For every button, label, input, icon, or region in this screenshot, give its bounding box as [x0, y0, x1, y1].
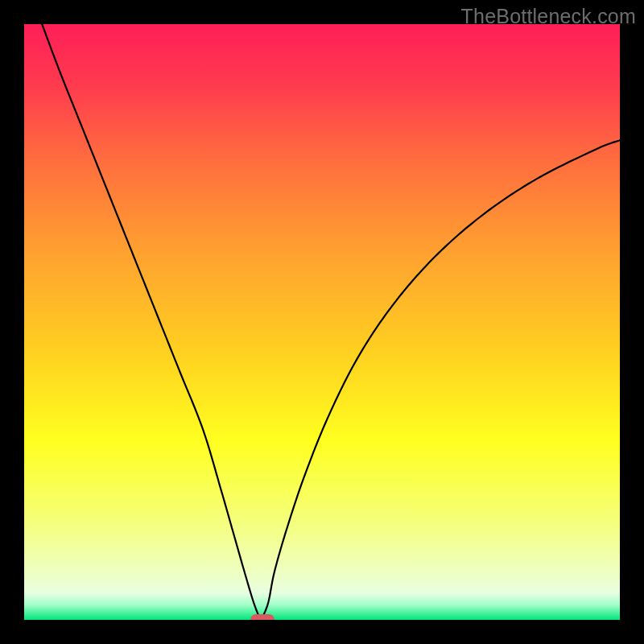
plot-area [24, 24, 620, 620]
optimal-marker [250, 614, 275, 620]
chart-frame: TheBottleneck.com [0, 0, 644, 644]
bottleneck-curve [24, 24, 620, 620]
